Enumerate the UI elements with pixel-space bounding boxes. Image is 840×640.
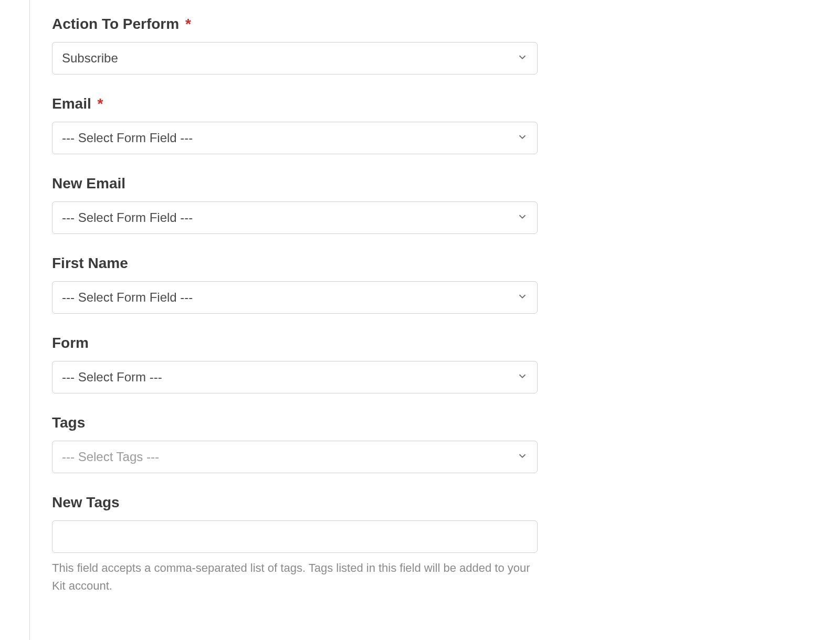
label-email: Email * <box>52 95 538 112</box>
label-new-tags: New Tags <box>52 494 538 511</box>
field-email: Email * --- Select Form Field --- <box>52 95 538 154</box>
select-first-name[interactable]: --- Select Form Field --- <box>52 281 538 314</box>
select-action[interactable]: Subscribe <box>52 42 538 74</box>
field-action: Action To Perform * Subscribe <box>52 16 538 74</box>
label-first-name: First Name <box>52 255 538 272</box>
select-tags-value[interactable]: --- Select Tags --- <box>52 441 538 473</box>
form-container: Action To Perform * Subscribe Email * --… <box>29 0 840 640</box>
field-form: Form --- Select Form --- <box>52 335 538 393</box>
select-tags[interactable]: --- Select Tags --- <box>52 441 538 473</box>
input-new-tags[interactable] <box>52 520 538 553</box>
label-action-text: Action To Perform <box>52 16 179 32</box>
field-new-email: New Email --- Select Form Field --- <box>52 175 538 234</box>
field-tags: Tags --- Select Tags --- <box>52 414 538 473</box>
field-first-name: First Name --- Select Form Field --- <box>52 255 538 314</box>
required-asterisk: * <box>97 95 103 112</box>
select-new-email[interactable]: --- Select Form Field --- <box>52 201 538 234</box>
select-form-value[interactable]: --- Select Form --- <box>52 361 538 393</box>
select-first-name-value[interactable]: --- Select Form Field --- <box>52 281 538 314</box>
select-new-email-value[interactable]: --- Select Form Field --- <box>52 201 538 234</box>
label-new-email: New Email <box>52 175 538 192</box>
select-action-value[interactable]: Subscribe <box>52 42 538 74</box>
select-form[interactable]: --- Select Form --- <box>52 361 538 393</box>
form-section: Action To Perform * Subscribe Email * --… <box>52 16 538 595</box>
select-email-value[interactable]: --- Select Form Field --- <box>52 122 538 154</box>
select-email[interactable]: --- Select Form Field --- <box>52 122 538 154</box>
label-tags: Tags <box>52 414 538 431</box>
label-form: Form <box>52 335 538 351</box>
label-email-text: Email <box>52 95 91 112</box>
field-new-tags: New Tags This field accepts a comma-sepa… <box>52 494 538 595</box>
help-new-tags: This field accepts a comma-separated lis… <box>52 559 538 595</box>
required-asterisk: * <box>185 16 191 32</box>
label-action: Action To Perform * <box>52 16 538 33</box>
